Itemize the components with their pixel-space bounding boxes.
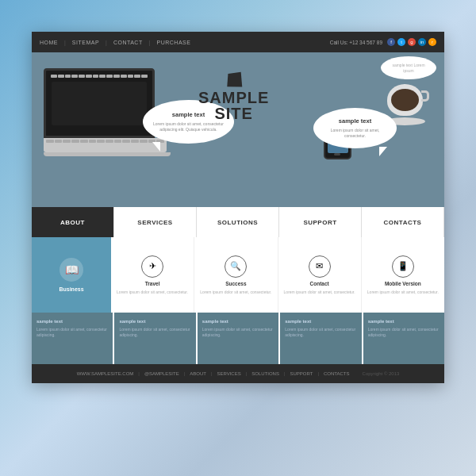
facebook-icon[interactable]: f: [387, 38, 395, 46]
hero-bubble-right: sample text Lorem ipsum dolor sit amet, …: [313, 108, 397, 148]
mobile-icon: 📱: [392, 255, 414, 278]
tab-about[interactable]: ABOUT: [32, 207, 114, 237]
content-left-panel: 📖 Business: [32, 237, 111, 313]
laptop-screen: [44, 68, 155, 138]
nav-home[interactable]: HOME: [40, 40, 58, 45]
footer-about[interactable]: ABOUT: [190, 371, 206, 376]
contact-icon: ✉: [309, 255, 331, 278]
tile-3: sample text Lorem ipsum dolor sit amet, …: [198, 313, 280, 364]
coffee-handle: [421, 90, 429, 102]
success-text: Lorem ipsum dolor sit amet, consectetur.: [200, 290, 271, 295]
tile-4-text: Lorem ipsum dolor sit amet, consectetur …: [285, 327, 356, 338]
success-icon: 🔍: [225, 255, 247, 278]
success-title: Success: [225, 281, 246, 286]
brand-name: SAMPLESITE: [198, 90, 269, 121]
content-item-contact: ✉ Contact Lorem ipsum dolor sit amet, co…: [278, 237, 362, 313]
content-items: ✈ Travel Lorem ipsum dolor sit amet, con…: [111, 237, 444, 313]
footer-services[interactable]: SERVICES: [217, 371, 240, 376]
main-navigation-tabs: ABOUT SERVICES SOLUTIONS SUPPORT CONTACT…: [32, 207, 444, 237]
footer-contacts[interactable]: CONTACTS: [324, 371, 350, 376]
laptop-base: [44, 152, 171, 156]
nav-links: HOME | SITEMAP | CONTACT | PURCHASE: [40, 40, 190, 45]
tile-5-text: Lorem ipsum dolor sit amet, consectetur …: [368, 327, 440, 338]
tab-contacts[interactable]: CONTACTS: [362, 207, 444, 237]
tile-1: sample text Lorem ipsum dolor sit amet, …: [32, 313, 114, 364]
mobile-title: Mobile Version: [385, 281, 421, 286]
travel-text: Lorem ipsum dolor sit amet, consectetur.: [117, 290, 188, 295]
footer-solutions[interactable]: SOLUTIONS: [251, 371, 279, 376]
footer-website[interactable]: WWW.SAMPLESITE.COM: [77, 371, 134, 376]
tab-services[interactable]: SERVICES: [114, 207, 197, 237]
content-section: 📖 Business ✈ Travel Lorem ipsum dolor si…: [32, 237, 444, 313]
contact-text: Lorem ipsum dolor sit amet, consectetur.: [284, 290, 355, 295]
tile-3-title: sample text: [202, 319, 274, 324]
coffee-cup: [387, 84, 423, 116]
tile-2-title: sample text: [119, 319, 190, 324]
hero-section: sample text Lorem ipsum dolor sit amet, …: [32, 52, 444, 207]
content-item-success: 🔍 Success Lorem ipsum dolor sit amet, co…: [194, 237, 278, 313]
bubble-right-title: sample text: [321, 117, 389, 125]
site-footer: WWW.SAMPLESITE.COM | @SAMPLESITE | ABOUT…: [32, 364, 444, 383]
laptop-keyboard: [44, 138, 167, 152]
contact-title: Contact: [310, 281, 329, 286]
phone-home-button: [334, 153, 340, 155]
social-icons: f t g in r: [387, 38, 436, 46]
travel-title: Travel: [145, 281, 160, 286]
tile-5: sample text Lorem ipsum dolor sit amet, …: [363, 313, 444, 364]
small-bubble-text: sample text Lorem ipsum: [387, 63, 430, 73]
nav-right: Call Us: +12 34 567 89 f t g in r: [330, 38, 436, 46]
nav-purchase[interactable]: PURCHASE: [157, 40, 191, 45]
tab-support[interactable]: SUPPORT: [279, 207, 362, 237]
bubble-right-text: Lorem ipsum dolor sit amet, consectetur.: [321, 128, 389, 139]
mobile-text: Lorem ipsum dolor sit amet, consectetur.: [367, 290, 439, 295]
coffee-liquid: [391, 89, 419, 111]
google-icon[interactable]: g: [408, 38, 416, 46]
bubble-left-text: Lorem ipsum dolor sit amet, consectetur …: [152, 121, 225, 132]
tab-solutions[interactable]: SOLUTIONS: [197, 207, 279, 237]
twitter-icon[interactable]: t: [397, 38, 405, 46]
call-us-text: Call Us: +12 34 567 89: [330, 40, 382, 45]
website-mockup: HOME | SITEMAP | CONTACT | PURCHASE Call…: [32, 32, 444, 383]
top-navigation: HOME | SITEMAP | CONTACT | PURCHASE Call…: [32, 32, 444, 52]
content-item-mobile: 📱 Mobile Version Lorem ipsum dolor sit a…: [362, 237, 444, 313]
small-bubble: sample text Lorem ipsum: [381, 56, 436, 79]
tile-4-title: sample text: [285, 319, 356, 324]
travel-icon: ✈: [141, 255, 163, 278]
content-item-travel: ✈ Travel Lorem ipsum dolor sit amet, con…: [111, 237, 194, 313]
rss-icon[interactable]: r: [428, 38, 436, 46]
linkedin-icon[interactable]: in: [418, 38, 426, 46]
business-icon: 📖: [60, 258, 83, 282]
footer-twitter[interactable]: @SAMPLESITE: [144, 371, 179, 376]
footer-support[interactable]: SUPPORT: [290, 371, 313, 376]
tile-1-text: Lorem ipsum dolor sit amet, consectetur …: [36, 327, 108, 338]
tile-2: sample text Lorem ipsum dolor sit amet, …: [114, 313, 197, 364]
nav-contact[interactable]: CONTACT: [113, 40, 143, 45]
business-label: Business: [59, 286, 83, 292]
tile-3-text: Lorem ipsum dolor sit amet, consectetur …: [202, 327, 274, 338]
nav-sitemap[interactable]: SITEMAP: [72, 40, 99, 45]
bottom-tiles: sample text Lorem ipsum dolor sit amet, …: [32, 313, 444, 364]
tile-4: sample text Lorem ipsum dolor sit amet, …: [280, 313, 363, 364]
tile-5-title: sample text: [368, 319, 440, 324]
footer-copyright: Copyright © 2013: [363, 371, 400, 376]
tile-1-title: sample text: [36, 319, 108, 324]
brand-cube: [227, 72, 242, 87]
tile-2-text: Lorem ipsum dolor sit amet, consectetur …: [119, 327, 190, 338]
brand-logo: SAMPLESITE: [198, 72, 269, 121]
